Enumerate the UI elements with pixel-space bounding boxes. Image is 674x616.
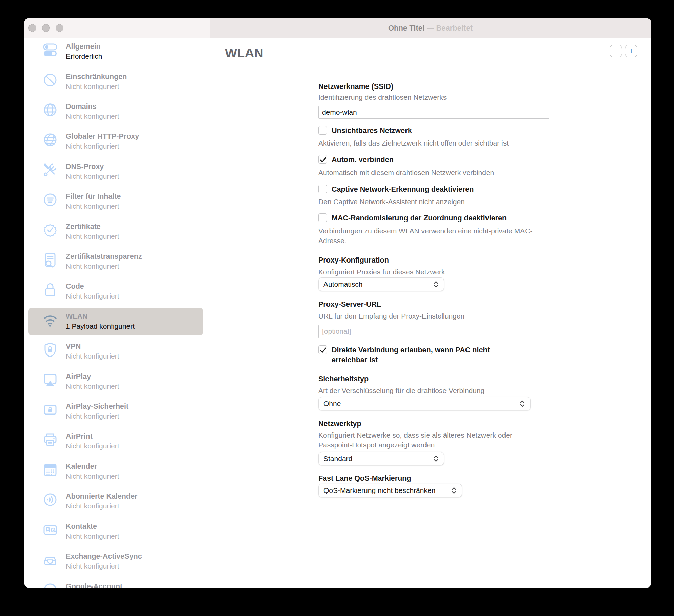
auto-join-label: Autom. verbinden — [332, 155, 394, 165]
certificate-seal-icon — [41, 221, 59, 239]
titlebar-main-section: Ohne Titel — Bearbeitet — [210, 18, 651, 38]
profile-editor-window: Ohne Titel — Bearbeitet Allgemein Erford… — [24, 18, 651, 588]
chevron-up-down-icon — [433, 455, 439, 462]
chevron-up-down-icon — [451, 487, 457, 494]
content-filter-icon — [41, 191, 59, 209]
sidebar-item-exchange-activesync[interactable]: Exchange-ActiveSync Nicht konfiguriert — [24, 549, 210, 577]
direct-connect-row: Direkte Verbindung erlauben, wenn PAC ni… — [318, 345, 491, 365]
sidebar-item-dns-proxy[interactable]: DNS-Proxy Nicht konfiguriert — [24, 159, 210, 188]
sidebar-item-filter-fuer-inhalte[interactable]: Filter für Inhalte Nicht konfiguriert — [24, 189, 210, 217]
hidden-network-row: Unsichtbares Netzwerk — [318, 126, 412, 136]
hidden-network-label: Unsichtbares Netzwerk — [332, 126, 412, 136]
sidebar-item-vpn[interactable]: VPN Nicht konfiguriert — [24, 339, 210, 367]
network-type-description: Konfiguriert Netzwerke so, dass sie als … — [318, 430, 522, 450]
global-proxy-icon — [41, 131, 59, 149]
sidebar-item-kalender[interactable]: Kalender Nicht konfiguriert — [24, 459, 210, 487]
airplay-security-icon — [41, 401, 59, 419]
sidebar-item-airprint[interactable]: AirPrint Nicht konfiguriert — [24, 429, 210, 457]
proxy-url-input[interactable] — [318, 325, 549, 338]
sidebar-item-airplay-sicherheit[interactable]: AirPlay-Sicherheit Nicht konfiguriert — [24, 399, 210, 427]
sidebar-item-abonnierte-kalender[interactable]: Abonnierte Kalender Nicht konfiguriert — [24, 489, 210, 517]
zoom-window-button[interactable] — [56, 24, 63, 32]
captive-bypass-checkbox[interactable] — [318, 185, 327, 193]
mac-randomization-checkbox[interactable] — [318, 213, 327, 222]
page-title: WLAN — [225, 46, 263, 60]
captive-bypass-row: Captive Network-Erkennung deaktivieren — [318, 185, 474, 194]
auto-join-row: Autom. verbinden — [318, 155, 394, 165]
payload-sidebar: Allgemein Erforderlich Einschränkungen N… — [24, 38, 210, 588]
google-account-icon — [41, 581, 59, 588]
payload-detail-panel: WLAN − + Netzwerkname (SSID) Identifizie… — [210, 38, 651, 588]
ssid-label: Netzwerkname (SSID) — [318, 82, 393, 91]
direct-connect-checkbox[interactable] — [318, 345, 327, 354]
security-type-select[interactable]: Ohne — [318, 397, 531, 410]
desktop-background: Ohne Titel — Bearbeitet Allgemein Erford… — [0, 0, 674, 616]
sidebar-item-einschraenkungen[interactable]: Einschränkungen Nicht konfiguriert — [24, 69, 210, 98]
mac-randomization-description: Verbindungen zu diesem WLAN verwenden ei… — [318, 226, 542, 246]
sidebar-item-zertifikate[interactable]: Zertifikate Nicht konfiguriert — [24, 219, 210, 248]
qos-marking-label: Fast Lane QoS-Markierung — [318, 474, 411, 483]
tools-icon — [41, 161, 59, 179]
direct-connect-label: Direkte Verbindung erlauben, wenn PAC ni… — [332, 345, 491, 365]
sidebar-item-wlan[interactable]: WLAN 1 Payload konfiguriert — [24, 309, 210, 338]
network-type-label: Netzwerktyp — [318, 420, 361, 428]
sidebar-item-google-account[interactable]: Google-Account Nicht konfiguriert — [24, 579, 210, 588]
hidden-network-checkbox[interactable] — [318, 126, 327, 135]
add-payload-button[interactable]: + — [625, 45, 637, 57]
security-type-description: Art der Verschlüsselung für die drahtlos… — [318, 386, 484, 396]
captive-bypass-description: Den Captive Network-Assistent nicht anze… — [318, 197, 465, 207]
titlebar-sidebar-section — [24, 18, 210, 38]
close-window-button[interactable] — [28, 24, 36, 32]
captive-bypass-label: Captive Network-Erkennung deaktivieren — [332, 185, 474, 194]
toggles-icon — [41, 41, 59, 59]
sidebar-item-code[interactable]: Code Nicht konfiguriert — [24, 279, 210, 307]
vpn-shield-icon — [41, 341, 59, 359]
sidebar-item-kontakte[interactable]: Kontakte Nicht konfiguriert — [24, 519, 210, 547]
globe-icon — [41, 101, 59, 119]
window-title: Ohne Titel — Bearbeitet — [388, 24, 473, 33]
proxy-config-select[interactable]: Automatisch — [318, 277, 444, 291]
airplay-icon — [41, 371, 59, 389]
proxy-config-description: Konfiguriert Proxies für dieses Netzwerk — [318, 267, 445, 277]
wifi-icon — [41, 311, 59, 329]
remove-payload-button[interactable]: − — [610, 45, 622, 57]
auto-join-checkbox[interactable] — [318, 155, 327, 164]
auto-join-description: Automatisch mit diesem drahtlosen Netzwe… — [318, 168, 494, 177]
passcode-lock-icon — [41, 281, 59, 299]
sidebar-item-globaler-http-proxy[interactable]: Globaler HTTP-Proxy Nicht konfiguriert — [24, 129, 210, 157]
proxy-url-label: Proxy-Server-URL — [318, 300, 381, 309]
chevron-up-down-icon — [433, 281, 439, 288]
qos-marking-select[interactable]: QoS-Markierung nicht beschränken — [318, 484, 462, 497]
exchange-tray-icon — [41, 551, 59, 569]
certificate-transparency-icon — [41, 251, 59, 269]
security-type-label: Sicherheitstyp — [318, 375, 369, 383]
minimize-window-button[interactable] — [42, 24, 50, 32]
chevron-up-down-icon — [519, 400, 526, 407]
sidebar-item-allgemein[interactable]: Allgemein Erforderlich — [24, 39, 210, 68]
ssid-description: Identifizierung des drahtlosen Netzwerks — [318, 92, 447, 102]
mac-randomization-row: MAC-Randomisierung der Zuordnung deaktiv… — [318, 213, 507, 223]
sidebar-item-domains[interactable]: Domains Nicht konfiguriert — [24, 99, 210, 128]
proxy-url-description: URL für den Empfang der Proxy-Einstellun… — [318, 311, 464, 321]
checkmark-icon — [319, 346, 327, 354]
contacts-icon — [41, 521, 59, 539]
sidebar-item-zertifikatstransparenz[interactable]: Zertifikatstransparenz Nicht konfigurier… — [24, 249, 210, 277]
ssid-input[interactable] — [318, 106, 549, 119]
proxy-config-label: Proxy-Konfiguration — [318, 256, 389, 265]
checkmark-icon — [319, 156, 327, 164]
calendar-icon — [41, 461, 59, 479]
printer-icon — [41, 431, 59, 448]
mac-randomization-label: MAC-Randomisierung der Zuordnung deaktiv… — [332, 213, 507, 223]
network-type-select[interactable]: Standard — [318, 452, 444, 465]
restrictions-icon — [41, 71, 59, 89]
subscribed-calendars-icon — [41, 491, 59, 508]
hidden-network-description: Aktivieren, falls das Zielnetzwerk nicht… — [318, 138, 509, 148]
sidebar-item-airplay[interactable]: AirPlay Nicht konfiguriert — [24, 369, 210, 398]
titlebar: Ohne Titel — Bearbeitet — [24, 18, 651, 38]
